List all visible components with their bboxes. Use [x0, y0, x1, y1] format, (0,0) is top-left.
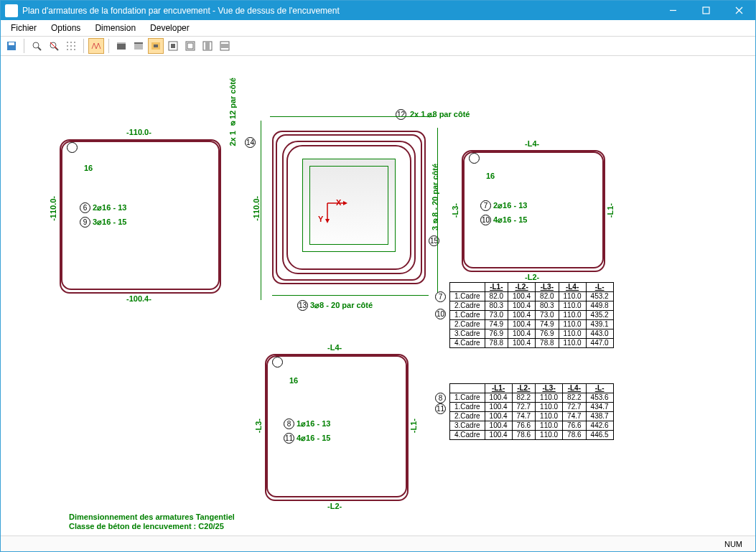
axis-x: X: [336, 198, 341, 207]
center-top-num: 12: [396, 109, 406, 120]
menu-fichier[interactable]: Fichier: [5, 22, 42, 34]
minimize-button[interactable]: [656, 1, 689, 20]
dim-bottom-1: -100.4-: [126, 294, 151, 303]
svg-point-16: [74, 45, 75, 47]
rebar-tag-11: 114⌀16 - 15: [284, 433, 330, 444]
corner-num-1: 16: [84, 164, 93, 172]
svg-point-12: [70, 42, 72, 43]
dim-right-3: -L1-: [409, 418, 418, 433]
center-vert-dim: -110.0-: [252, 196, 261, 221]
svg-point-17: [67, 49, 68, 50]
close-button[interactable]: [722, 1, 755, 20]
footer-line-2: Classe de béton de lencuvement : C20/25: [69, 522, 224, 530]
rebar-tag-8: 81⌀16 - 13: [284, 418, 330, 429]
waveform-icon[interactable]: [88, 38, 104, 54]
axis-marker-icon: [320, 196, 349, 225]
center-vert-label: 2x 1 ⌀12 par côté: [228, 78, 237, 146]
svg-rect-5: [9, 42, 14, 45]
svg-point-6: [33, 42, 39, 48]
svg-line-7: [38, 47, 41, 50]
view3d-1-icon[interactable]: [165, 38, 181, 54]
svg-point-14: [67, 45, 68, 47]
center-vert-num: 14: [245, 137, 256, 148]
table1-sidenum-10: 10: [435, 309, 446, 319]
svg-point-15: [70, 45, 72, 47]
svg-rect-25: [154, 45, 158, 47]
status-num: NUM: [724, 540, 742, 548]
corner-hook-icon-2: [469, 153, 480, 164]
svg-rect-20: [117, 44, 126, 50]
dim-left-1: -110.0-: [49, 196, 57, 221]
corner-num-3: 16: [289, 376, 298, 385]
view-section-icon[interactable]: [148, 38, 164, 54]
svg-rect-1: [703, 7, 709, 14]
rebar-table-2: -L1--L2--L3--L4--L-1.Cadre100.482.2110.0…: [449, 383, 614, 440]
dim-top-1: -110.0-: [126, 128, 151, 136]
view3d-4-icon[interactable]: [217, 38, 233, 54]
app-window: Plan d'armatures de la fondation par enc…: [0, 0, 756, 552]
app-icon: [5, 4, 18, 17]
svg-rect-33: [220, 44, 229, 48]
axis-y: Y: [318, 215, 323, 223]
svg-point-19: [74, 49, 75, 50]
dim-left-2: -L3-: [451, 203, 459, 217]
rebar-tag-6: 62⌀16 - 13: [80, 202, 126, 213]
svg-marker-35: [343, 201, 347, 205]
view-side-icon[interactable]: [131, 38, 146, 54]
dim-left-3: -L3-: [254, 418, 263, 433]
dim-right-2: -L1-: [606, 203, 615, 217]
statusbar: NUM: [1, 535, 755, 551]
svg-marker-37: [325, 219, 330, 223]
drawing-canvas[interactable]: -110.0- -100.4- -110.0- 16 62⌀16 - 13 93…: [1, 56, 755, 535]
rebar-tag-7: 72⌀16 - 13: [480, 200, 527, 211]
dim-top-2: -L4-: [525, 139, 539, 148]
svg-rect-31: [205, 42, 210, 50]
svg-rect-23: [134, 42, 143, 44]
zoom-extents-icon[interactable]: [46, 38, 62, 54]
toolbar: [1, 37, 755, 56]
corner-num-2: 16: [486, 172, 495, 180]
titlebar: Plan d'armatures de la fondation par enc…: [1, 1, 755, 20]
menu-options[interactable]: Options: [45, 22, 86, 34]
corner-hook-icon-3: [272, 357, 283, 368]
dimline-h: [270, 116, 435, 117]
grid-icon[interactable]: [63, 38, 79, 54]
menu-developer[interactable]: Developer: [144, 22, 195, 34]
svg-rect-27: [171, 44, 175, 48]
svg-rect-21: [117, 42, 126, 44]
menu-dimension[interactable]: Dimension: [89, 22, 141, 34]
rebar-table-1: -L1--L2--L3--L4--L-1.Cadre82.0100.482.01…: [449, 282, 614, 348]
rebar-tag-9: 93⌀16 - 15: [80, 217, 126, 228]
rebar-tag-13: 133⌀8 - 20 par côté: [297, 300, 373, 311]
table1-sidenum-7: 7: [435, 291, 446, 302]
dimline-v2: [437, 128, 438, 293]
rebar-tag-10: 104⌀16 - 15: [480, 215, 527, 225]
svg-rect-22: [134, 44, 143, 50]
dimline-v: [261, 121, 261, 300]
view-front-icon[interactable]: [113, 38, 129, 54]
dimline-b: [272, 295, 429, 296]
view3d-3-icon[interactable]: [200, 38, 215, 54]
svg-point-13: [74, 42, 75, 43]
maximize-button[interactable]: [689, 1, 722, 20]
table2-sidenum-11: 11: [435, 403, 446, 414]
corner-hook-icon: [67, 142, 78, 153]
save-icon[interactable]: [4, 38, 19, 54]
table2-sidenum-8: 8: [435, 393, 446, 403]
zoom-icon[interactable]: [29, 38, 45, 54]
view3d-2-icon[interactable]: [182, 38, 198, 54]
menubar: Fichier Options Dimension Developer: [1, 20, 755, 37]
svg-rect-29: [187, 43, 193, 49]
dim-bottom-2: -L2-: [525, 273, 539, 281]
dim-top-3: -L4-: [327, 343, 342, 352]
center-right-label: 3⌀8 - 20 par côté: [430, 164, 439, 230]
center-top-label: 2x 1 ⌀8 par côté: [410, 110, 470, 119]
footer-line-1: Dimensionnement des armatures Tangentiel: [69, 513, 235, 521]
dim-bottom-3: -L2-: [327, 502, 342, 510]
window-title: Plan d'armatures de la fondation par enc…: [22, 6, 656, 16]
svg-point-18: [70, 49, 72, 50]
svg-point-11: [67, 42, 68, 43]
